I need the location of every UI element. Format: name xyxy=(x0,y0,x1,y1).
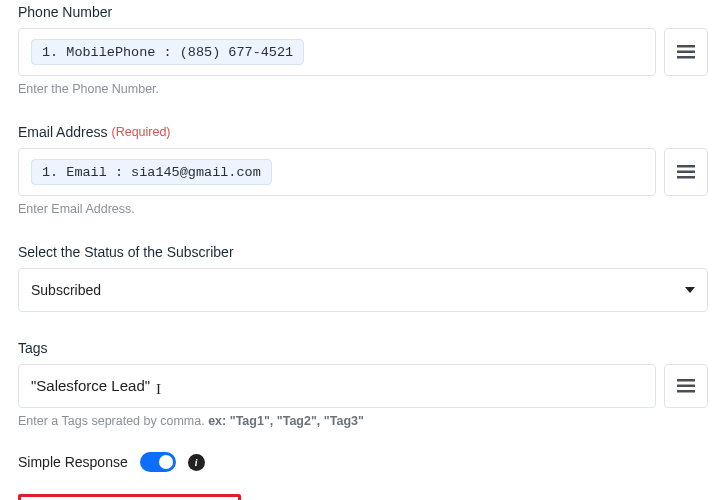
status-label-text: Select the Status of the Subscriber xyxy=(18,244,234,260)
phone-chip-text: 1. MobilePhone : (885) 677-4521 xyxy=(42,45,293,60)
simple-response-label: Simple Response xyxy=(18,454,128,470)
phone-input-row: 1. MobilePhone : (885) 677-4521 xyxy=(18,28,708,76)
caret-down-icon xyxy=(685,287,695,293)
button-row: Save & Send Test Request Save xyxy=(18,494,322,500)
email-input[interactable]: 1. Email : sia145@gmail.com xyxy=(18,148,656,196)
phone-input[interactable]: 1. MobilePhone : (885) 677-4521 xyxy=(18,28,656,76)
hamburger-icon xyxy=(677,45,695,59)
info-icon[interactable]: i xyxy=(188,454,205,471)
email-chip[interactable]: 1. Email : sia145@gmail.com xyxy=(31,159,272,185)
tags-help-prefix: Enter a Tags seprated by comma. xyxy=(18,414,208,428)
svg-rect-6 xyxy=(677,379,695,382)
simple-response-row: Simple Response i xyxy=(18,452,708,472)
text-cursor-icon: I xyxy=(156,381,161,398)
email-variables-button[interactable] xyxy=(664,148,708,196)
tags-input[interactable]: "Salesforce Lead"I xyxy=(18,364,656,408)
email-required-text: (Required) xyxy=(111,125,170,139)
email-field: Email Address (Required) 1. Email : sia1… xyxy=(18,124,708,216)
tags-help-ex-value: "Tag1", "Tag2", "Tag3" xyxy=(226,414,364,428)
hamburger-icon xyxy=(677,165,695,179)
status-field: Select the Status of the Subscriber Subs… xyxy=(18,244,708,312)
svg-rect-3 xyxy=(677,165,695,168)
svg-rect-7 xyxy=(677,385,695,388)
email-help-text: Enter Email Address. xyxy=(18,202,708,216)
email-chip-text: 1. Email : sia145@gmail.com xyxy=(42,165,261,180)
tags-field: Tags "Salesforce Lead"I Enter a Tags sep… xyxy=(18,340,708,428)
email-input-row: 1. Email : sia145@gmail.com xyxy=(18,148,708,196)
status-value: Subscribed xyxy=(31,282,101,298)
tags-help-text: Enter a Tags seprated by comma. ex: "Tag… xyxy=(18,414,708,428)
tags-label: Tags xyxy=(18,340,708,356)
svg-rect-2 xyxy=(677,56,695,59)
phone-help-text: Enter the Phone Number. xyxy=(18,82,708,96)
phone-number-label-text: Phone Number xyxy=(18,4,112,20)
email-label: Email Address (Required) xyxy=(18,124,708,140)
svg-rect-8 xyxy=(677,390,695,393)
phone-number-field: Phone Number 1. MobilePhone : (885) 677-… xyxy=(18,4,708,96)
phone-chip[interactable]: 1. MobilePhone : (885) 677-4521 xyxy=(31,39,304,65)
tags-value: "Salesforce Lead"I xyxy=(31,377,643,395)
svg-rect-1 xyxy=(677,51,695,54)
svg-rect-4 xyxy=(677,171,695,174)
tags-input-row: "Salesforce Lead"I xyxy=(18,364,708,408)
tags-help-ex-label: ex: xyxy=(208,414,226,428)
status-label: Select the Status of the Subscriber xyxy=(18,244,708,260)
tags-label-text: Tags xyxy=(18,340,48,356)
primary-button-highlight: Save & Send Test Request xyxy=(18,494,241,500)
simple-response-toggle[interactable] xyxy=(140,452,176,472)
status-select[interactable]: Subscribed xyxy=(18,268,708,312)
phone-variables-button[interactable] xyxy=(664,28,708,76)
hamburger-icon xyxy=(677,379,695,393)
svg-rect-0 xyxy=(677,45,695,48)
phone-number-label: Phone Number xyxy=(18,4,708,20)
svg-rect-5 xyxy=(677,176,695,179)
email-label-text: Email Address xyxy=(18,124,107,140)
tags-variables-button[interactable] xyxy=(664,364,708,408)
